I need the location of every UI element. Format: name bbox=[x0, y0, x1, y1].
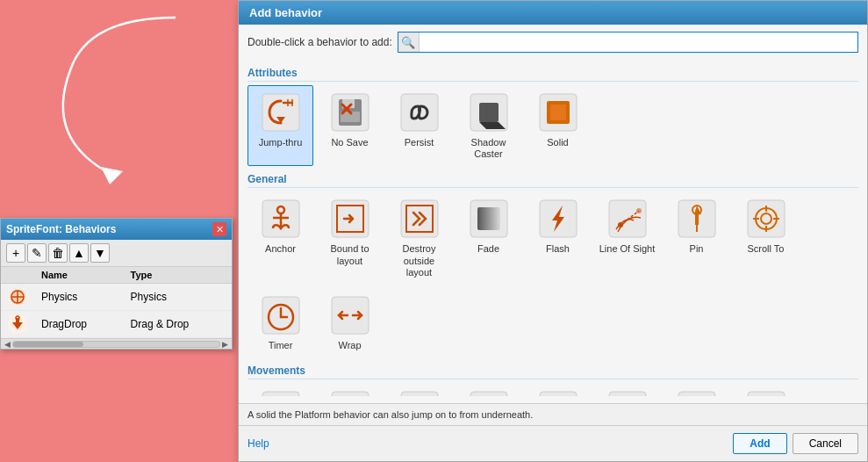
footer-buttons: Add Cancel bbox=[733, 433, 858, 454]
scrollbar-track[interactable] bbox=[12, 341, 220, 348]
boundtolayout-label: Bound to layout bbox=[321, 243, 378, 266]
delete-behavior-btn[interactable]: 🗑 bbox=[48, 243, 68, 263]
timer-icon bbox=[260, 294, 302, 336]
behavior-destroyoutside[interactable]: Destroy outside layout bbox=[386, 191, 452, 285]
dialog-title-bar: Add behavior bbox=[239, 1, 867, 25]
cancel-button[interactable]: Cancel bbox=[793, 433, 858, 454]
pathfinding-icon bbox=[537, 389, 579, 396]
behavior-platform[interactable]: Platform bbox=[594, 383, 660, 396]
behaviors-close-button[interactable]: ✕ bbox=[212, 222, 226, 236]
scrollbar-thumb[interactable] bbox=[13, 342, 83, 347]
lineofsight-icon bbox=[606, 198, 649, 240]
shadowcaster-label: Shadow Caster bbox=[460, 137, 517, 160]
destroyoutside-icon bbox=[398, 198, 441, 240]
behavior-boundtolayout[interactable]: Bound to layout bbox=[317, 191, 383, 285]
status-bar: A solid the Platform behavior can also j… bbox=[239, 403, 867, 425]
timer-label: Timer bbox=[269, 340, 293, 351]
wrap-icon bbox=[329, 294, 371, 336]
horizontal-scrollbar[interactable]: ◀ ▶ bbox=[1, 338, 232, 349]
svg-rect-74 bbox=[678, 392, 715, 396]
anchor-icon bbox=[260, 198, 302, 240]
jumptru-label: Jump-thru bbox=[259, 137, 303, 148]
scroll-right-btn[interactable]: ▶ bbox=[220, 340, 230, 349]
scroll-left-btn[interactable]: ◀ bbox=[3, 340, 12, 349]
svg-rect-34 bbox=[695, 214, 699, 225]
flash-label: Flash bbox=[546, 243, 570, 255]
scrollto-icon bbox=[745, 198, 787, 240]
destroyoutside-label: Destroy outside layout bbox=[391, 243, 448, 278]
move-up-btn[interactable]: ▲ bbox=[69, 243, 89, 263]
behavior-rotate[interactable]: Rotate bbox=[664, 383, 729, 396]
behavior-8direction[interactable]: 8 Direction bbox=[247, 383, 313, 396]
behavior-lineofsight[interactable]: Line Of Sight bbox=[594, 191, 660, 285]
behavior-car[interactable]: Car bbox=[386, 383, 452, 396]
persist-label: Persist bbox=[405, 137, 434, 148]
add-behavior-btn[interactable]: + bbox=[6, 243, 25, 263]
persist-icon bbox=[398, 91, 441, 134]
8direction-icon bbox=[260, 389, 302, 396]
col-header-name: Name bbox=[34, 267, 124, 284]
attributes-grid: Jump-thru bbox=[247, 85, 858, 166]
svg-rect-5 bbox=[262, 94, 299, 131]
flash-icon bbox=[537, 198, 579, 240]
behavior-fade[interactable]: Fade bbox=[456, 191, 521, 285]
behavior-flash[interactable]: Flash bbox=[525, 191, 591, 285]
svg-rect-66 bbox=[470, 392, 507, 396]
behavior-persist[interactable]: Persist bbox=[386, 85, 452, 166]
search-icon-button[interactable]: 🔍 bbox=[398, 32, 420, 52]
search-label: Double-click a behavior to add: bbox=[247, 36, 392, 48]
nosave-label: No Save bbox=[331, 137, 368, 148]
behavior-jumptru[interactable]: Jump-thru bbox=[247, 85, 313, 166]
svg-rect-28 bbox=[477, 207, 500, 230]
boundtolayout-icon bbox=[329, 198, 371, 240]
behavior-shadowcaster[interactable]: Shadow Caster bbox=[456, 85, 521, 166]
general-grid: Anchor Bound to layout bbox=[247, 191, 858, 357]
behavior-solid[interactable]: Solid bbox=[525, 85, 591, 166]
status-text: A solid the Platform behavior can also j… bbox=[247, 409, 533, 420]
svg-rect-50 bbox=[262, 392, 299, 396]
behavior-scrollto[interactable]: Scroll To bbox=[733, 191, 799, 285]
behavior-pathfinding[interactable]: Pathfinding bbox=[525, 383, 591, 396]
custommovement-icon: B U bbox=[468, 389, 510, 396]
fade-icon bbox=[468, 198, 510, 240]
table-row[interactable]: Physics Physics bbox=[1, 284, 232, 311]
svg-rect-18 bbox=[550, 105, 566, 120]
fade-label: Fade bbox=[477, 243, 499, 255]
behaviors-table: Name Type Physics Physics bbox=[1, 267, 232, 338]
table-row[interactable]: DragDrop Drag & Drop bbox=[1, 311, 232, 338]
car-icon bbox=[398, 389, 441, 396]
behaviors-content: Attributes Jump-thru bbox=[247, 61, 858, 396]
behaviors-title-bar: SpriteFont: Behaviors ✕ bbox=[1, 219, 232, 240]
edit-behavior-btn[interactable]: ✎ bbox=[27, 243, 47, 263]
behavior-custommovement[interactable]: B U Custom Movement bbox=[456, 383, 521, 396]
add-button[interactable]: Add bbox=[733, 433, 786, 454]
search-row: Double-click a behavior to add: 🔍 bbox=[247, 32, 858, 53]
behavior-anchor[interactable]: Anchor bbox=[247, 191, 313, 285]
search-input[interactable] bbox=[420, 36, 857, 48]
shadowcaster-icon bbox=[468, 91, 510, 134]
behavior-bullet[interactable]: Bullet bbox=[317, 383, 383, 396]
section-general-label: General bbox=[247, 173, 858, 188]
row-icon bbox=[1, 284, 34, 311]
sine-icon bbox=[745, 389, 787, 396]
behavior-sine[interactable]: Sine bbox=[733, 383, 799, 396]
svg-point-32 bbox=[636, 208, 642, 213]
behavior-wrap[interactable]: Wrap bbox=[317, 288, 383, 357]
nosave-icon bbox=[329, 91, 371, 134]
svg-rect-71 bbox=[609, 392, 646, 396]
bullet-icon bbox=[329, 389, 371, 396]
dialog-title: Add behavior bbox=[249, 6, 322, 19]
behavior-timer[interactable]: Timer bbox=[247, 288, 313, 357]
col-header-icon bbox=[1, 267, 34, 284]
behavior-pin[interactable]: Pin bbox=[664, 191, 729, 285]
svg-rect-76 bbox=[748, 392, 785, 396]
pin-label: Pin bbox=[690, 243, 704, 255]
move-down-btn[interactable]: ▼ bbox=[90, 243, 110, 263]
row-type: Physics bbox=[124, 284, 232, 311]
solid-icon bbox=[537, 91, 579, 134]
behavior-nosave[interactable]: No Save bbox=[317, 85, 383, 166]
add-behavior-dialog: Add behavior Double-click a behavior to … bbox=[238, 0, 868, 462]
dialog-footer: Help Add Cancel bbox=[239, 425, 867, 461]
help-link[interactable]: Help bbox=[247, 437, 269, 450]
platform-icon bbox=[606, 389, 649, 396]
